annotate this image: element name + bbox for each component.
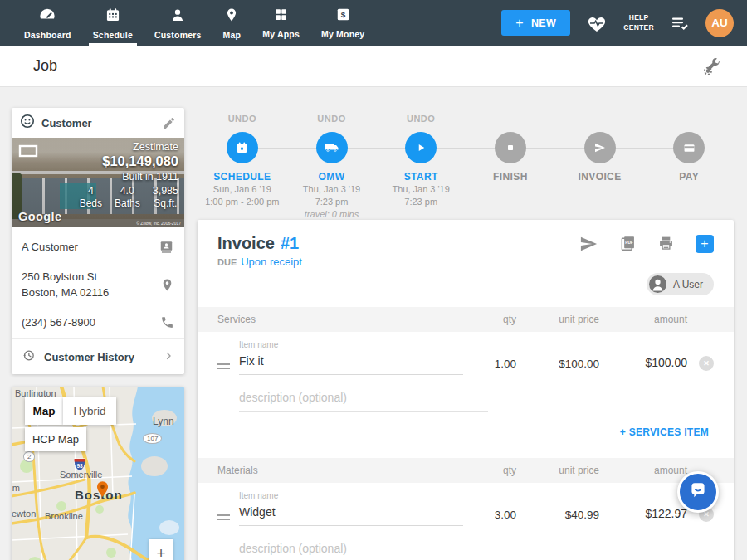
drag-handle-icon[interactable] bbox=[217, 491, 239, 523]
zillow-copyright: © Zillow, Inc. 2006-2017 bbox=[136, 221, 181, 226]
svg-text:93: 93 bbox=[76, 463, 83, 469]
baths-label: Baths bbox=[115, 197, 140, 209]
material-description-input[interactable]: description (optional) bbox=[239, 538, 488, 560]
nav-schedule-label: Schedule bbox=[93, 30, 133, 40]
service-description-input[interactable]: description (optional) bbox=[239, 387, 488, 412]
location-pin-icon[interactable] bbox=[160, 277, 174, 293]
due-label: DUE bbox=[217, 257, 237, 267]
start-step-label: START bbox=[404, 171, 438, 183]
service-qty-input[interactable]: 1.00 bbox=[463, 340, 516, 377]
undo-omw-button[interactable]: UNDO bbox=[317, 114, 345, 124]
material-qty-input[interactable]: 3.00 bbox=[463, 491, 516, 528]
svg-text:PDF: PDF bbox=[625, 241, 633, 245]
omw-time: 7:23 pm bbox=[315, 196, 349, 207]
finish-step-button[interactable] bbox=[495, 132, 526, 163]
help-center-link[interactable]: HELP CENTER bbox=[623, 13, 654, 32]
map-type-map-button[interactable]: Map bbox=[25, 397, 63, 425]
streetview-pano-icon[interactable] bbox=[18, 144, 38, 161]
pay-step-button[interactable] bbox=[673, 132, 705, 163]
map-zoom-in-button[interactable]: + bbox=[149, 539, 173, 560]
nav-my-money[interactable]: $ My Money bbox=[310, 0, 375, 46]
chat-widget-button[interactable] bbox=[677, 471, 719, 513]
customer-address: 250 Boylston StBoston, MA 02116 bbox=[22, 269, 160, 301]
checklist-icon[interactable] bbox=[670, 15, 690, 32]
money-icon: $ bbox=[335, 7, 351, 26]
page-title: Job bbox=[33, 57, 57, 75]
remove-service-item-button[interactable]: ✕ bbox=[699, 356, 714, 371]
nav-dashboard[interactable]: Dashboard bbox=[13, 0, 82, 46]
customer-card-header: Customer bbox=[12, 108, 184, 138]
nav-items: Dashboard Schedule Customers Map My Apps… bbox=[13, 0, 375, 46]
assigned-user-row: A User bbox=[198, 268, 734, 295]
nav-customers[interactable]: Customers bbox=[144, 0, 212, 46]
add-invoice-item-button[interactable]: + bbox=[696, 235, 714, 253]
services-section-header: Services qty unit price amount bbox=[198, 307, 734, 332]
nav-map[interactable]: Map bbox=[212, 0, 252, 46]
user-silhouette-icon bbox=[649, 275, 666, 293]
service-item-name-input[interactable]: Fix it bbox=[239, 349, 463, 375]
send-invoice-icon[interactable] bbox=[579, 236, 598, 252]
history-clock-icon bbox=[22, 348, 36, 365]
phone-icon[interactable] bbox=[160, 315, 174, 329]
map-pin-icon bbox=[224, 7, 239, 27]
help-center-line1: HELP bbox=[623, 13, 654, 22]
job-settings-tools-icon[interactable] bbox=[702, 56, 722, 76]
customer-history-row[interactable]: Customer History bbox=[12, 338, 184, 374]
credit-card-icon bbox=[681, 140, 697, 156]
new-button[interactable]: +NEW bbox=[501, 10, 570, 36]
timeline-step-pay: PAY bbox=[644, 114, 734, 220]
sqft-value: 3,985 bbox=[153, 185, 178, 197]
invoice-number-link[interactable]: #1 bbox=[281, 234, 299, 253]
omw-step-label: OMW bbox=[319, 171, 345, 183]
nav-schedule[interactable]: Schedule bbox=[82, 0, 144, 46]
schedule-step-label: SCHEDULE bbox=[213, 171, 271, 183]
schedule-step-button[interactable] bbox=[227, 132, 258, 163]
new-button-label: NEW bbox=[531, 17, 556, 29]
omw-date: Thu, Jan 3 '19 bbox=[303, 183, 360, 195]
hcp-map-button[interactable]: HCP Map bbox=[25, 427, 86, 451]
print-icon[interactable] bbox=[657, 235, 675, 252]
material-unit-price-input[interactable]: $40.99 bbox=[530, 491, 599, 528]
amount-column-header: amount bbox=[613, 314, 687, 325]
assigned-user-name: A User bbox=[673, 279, 703, 290]
unit-price-column-header: unit price bbox=[530, 314, 599, 325]
service-unit-price-input[interactable]: $100.00 bbox=[530, 340, 599, 377]
nav-customers-label: Customers bbox=[154, 30, 202, 40]
undo-schedule-button[interactable]: UNDO bbox=[228, 114, 256, 124]
beds-value: 4 bbox=[80, 185, 102, 197]
due-value-link[interactable]: Upon receipt bbox=[241, 256, 302, 268]
health-heart-icon[interactable] bbox=[586, 13, 608, 33]
start-date: Thu, Jan 3 '19 bbox=[392, 183, 449, 195]
address-line1: 250 Boylston St bbox=[22, 270, 97, 283]
nav-my-money-label: My Money bbox=[321, 29, 364, 39]
beds-label: Beds bbox=[80, 197, 102, 209]
customer-card: Customer Zestimate $10,149,080 Built in … bbox=[12, 108, 184, 374]
svg-text:$: $ bbox=[340, 10, 345, 19]
contact-card-icon[interactable] bbox=[159, 239, 174, 255]
map-type-hybrid-button[interactable]: Hybrid bbox=[63, 397, 116, 425]
assigned-user-chip[interactable]: A User bbox=[647, 273, 714, 295]
customer-name-row: A Customer bbox=[22, 232, 174, 262]
start-step-button[interactable] bbox=[405, 132, 437, 163]
map-widget[interactable]: Burlington Lynn Somerville Waltham Bosto… bbox=[12, 387, 184, 560]
dashboard-icon bbox=[38, 7, 56, 27]
add-services-item-link[interactable]: + SERVICES ITEM bbox=[620, 426, 709, 438]
plus-icon: + bbox=[515, 16, 524, 31]
edit-pencil-icon[interactable] bbox=[162, 116, 176, 130]
user-avatar[interactable]: AU bbox=[706, 9, 734, 37]
nav-map-label: Map bbox=[223, 30, 242, 40]
invoice-header: Invoice #1 PDF + bbox=[198, 234, 734, 253]
built-year: Built in 1911 bbox=[80, 171, 178, 183]
customer-name: A Customer bbox=[22, 239, 159, 256]
map-label-waltham: Waltham bbox=[12, 483, 20, 493]
invoice-step-button[interactable] bbox=[584, 132, 616, 163]
material-item-name-input[interactable]: Widget bbox=[239, 500, 463, 526]
omw-step-button[interactable] bbox=[316, 132, 348, 163]
nav-my-apps[interactable]: My Apps bbox=[251, 0, 310, 46]
pdf-icon[interactable]: PDF bbox=[619, 235, 637, 252]
undo-start-button[interactable]: UNDO bbox=[407, 114, 435, 124]
materials-title: Materials bbox=[217, 465, 463, 476]
main-column: UNDO SCHEDULE Sun, Jan 6 '19 1:00 pm - 2… bbox=[198, 87, 734, 560]
schedule-date: Sun, Jan 6 '19 bbox=[213, 183, 271, 195]
drag-handle-icon[interactable] bbox=[217, 340, 239, 372]
